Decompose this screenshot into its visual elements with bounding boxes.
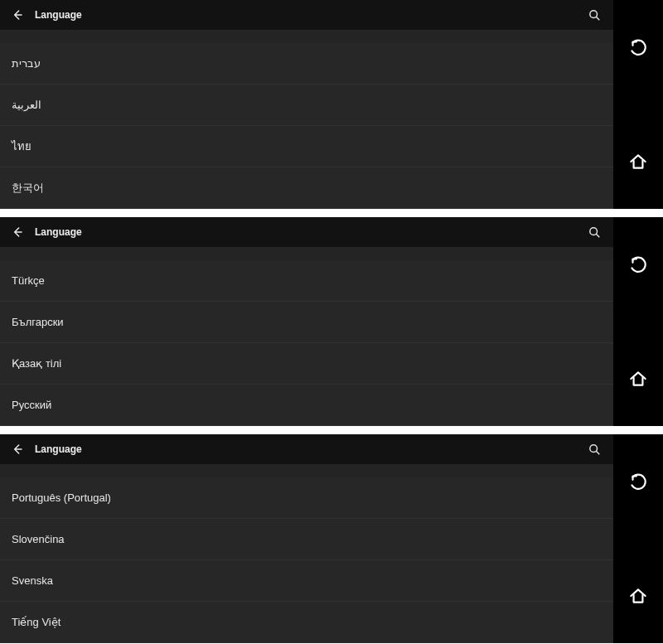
page-title: Language xyxy=(35,443,82,455)
language-label: ไทย xyxy=(12,138,31,155)
language-label: Svenska xyxy=(12,574,53,587)
language-label: Български xyxy=(12,316,64,328)
language-screen: LanguagePortuguês (Portugal)SlovenčinaSv… xyxy=(0,434,663,643)
back-arrow-icon[interactable] xyxy=(7,4,28,26)
main-panel: LanguageTürkçeБългарскиҚазақ тіліРусский xyxy=(0,217,613,426)
language-row[interactable]: Български xyxy=(0,302,613,343)
language-label: 한국어 xyxy=(12,181,44,196)
language-row[interactable]: Slovenčina xyxy=(0,519,613,560)
page-title: Language xyxy=(35,226,82,238)
language-screen: LanguageTürkçeБългарскиҚазақ тіліРусский xyxy=(0,217,663,426)
language-label: עברית xyxy=(12,57,41,70)
undo-icon[interactable] xyxy=(623,32,653,62)
undo-icon[interactable] xyxy=(623,249,653,279)
system-sidebar xyxy=(613,434,663,643)
main-panel: LanguagePortuguês (Portugal)SlovenčinaSv… xyxy=(0,434,613,643)
home-icon[interactable] xyxy=(623,147,653,177)
undo-icon[interactable] xyxy=(623,467,653,496)
header-bar: Language xyxy=(0,217,613,247)
list-spacer xyxy=(0,30,613,43)
language-label: العربية xyxy=(12,99,41,111)
search-icon[interactable] xyxy=(583,4,605,26)
language-row[interactable]: Português (Portugal) xyxy=(0,477,613,519)
system-sidebar xyxy=(613,0,663,209)
language-row[interactable]: Қазақ тілі xyxy=(0,343,613,385)
language-label: Slovenčina xyxy=(12,533,65,545)
language-row[interactable]: Türkçe xyxy=(0,260,613,302)
language-row[interactable]: العربية xyxy=(0,85,613,126)
language-label: Tiếng Việt xyxy=(12,616,60,628)
language-row[interactable]: עברית xyxy=(0,43,613,85)
language-row[interactable]: 한국어 xyxy=(0,167,613,209)
home-icon[interactable] xyxy=(623,364,653,394)
language-row[interactable]: ไทย xyxy=(0,126,613,167)
language-screen: Languageעבריתالعربيةไทย한국어 xyxy=(0,0,663,209)
main-panel: Languageעבריתالعربيةไทย한국어 xyxy=(0,0,613,209)
language-label: Қазақ тілі xyxy=(12,357,61,370)
header-bar: Language xyxy=(0,0,613,30)
list-spacer xyxy=(0,464,613,477)
language-row[interactable]: Tiếng Việt xyxy=(0,602,613,643)
search-icon[interactable] xyxy=(583,438,605,460)
back-arrow-icon[interactable] xyxy=(7,221,28,243)
language-row[interactable]: Русский xyxy=(0,385,613,426)
language-label: Türkçe xyxy=(12,274,45,287)
page-title: Language xyxy=(35,9,82,21)
language-row[interactable]: Svenska xyxy=(0,560,613,602)
language-label: Русский xyxy=(12,399,51,411)
system-sidebar xyxy=(613,217,663,426)
language-list: עבריתالعربيةไทย한국어 xyxy=(0,30,613,209)
home-icon[interactable] xyxy=(623,581,653,611)
language-list: TürkçeБългарскиҚазақ тіліРусский xyxy=(0,247,613,426)
search-icon[interactable] xyxy=(583,221,605,243)
language-list: Português (Portugal)SlovenčinaSvenskaTiế… xyxy=(0,464,613,643)
list-spacer xyxy=(0,247,613,260)
back-arrow-icon[interactable] xyxy=(7,438,28,460)
language-label: Português (Portugal) xyxy=(12,491,111,504)
header-bar: Language xyxy=(0,434,613,464)
